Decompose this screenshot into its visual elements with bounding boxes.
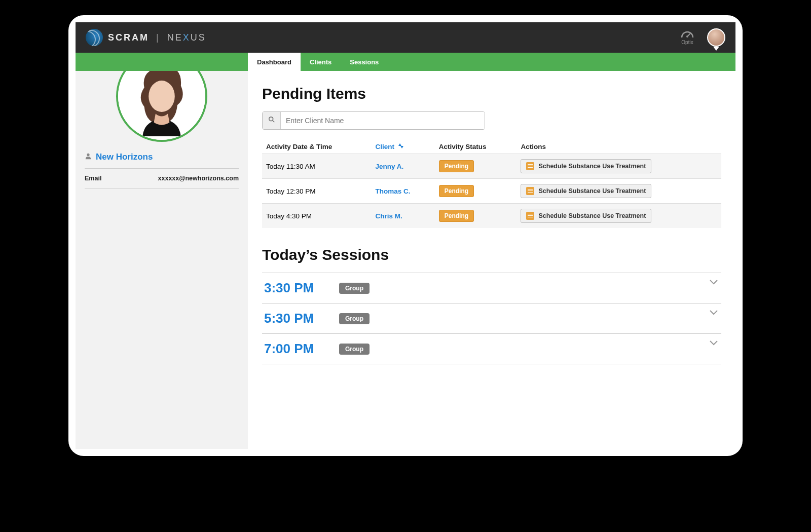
calendar-icon <box>526 187 534 195</box>
client-link[interactable]: Chris M. <box>376 212 402 220</box>
chevron-down-icon <box>709 339 718 348</box>
device-frame: SCRAM | NEXUS Optix Dashboard Clients Se… <box>68 15 743 456</box>
cell-datetime: Today 12:30 PM <box>262 179 372 204</box>
email-label: Email <box>85 175 101 182</box>
scram-logo-icon <box>86 29 103 46</box>
schedule-treatment-button[interactable]: Schedule Substance Use Treatment <box>521 209 651 223</box>
session-type-badge: Group <box>339 344 370 355</box>
col-status[interactable]: Activity Status <box>435 140 517 154</box>
user-avatar-menu[interactable] <box>707 28 725 47</box>
session-row[interactable]: 5:30 PMGroup <box>262 303 721 334</box>
todays-sessions-title: Today’s Sessions <box>262 246 721 263</box>
app-root: SCRAM | NEXUS Optix Dashboard Clients Se… <box>76 22 735 449</box>
schedule-treatment-button[interactable]: Schedule Substance Use Treatment <box>521 184 651 198</box>
svg-point-5 <box>269 117 273 121</box>
svg-line-6 <box>272 121 274 123</box>
session-list: 3:30 PMGroup5:30 PMGroup7:00 PMGroup <box>262 273 721 364</box>
svg-point-4 <box>87 154 89 156</box>
status-badge: Pending <box>439 185 474 197</box>
pending-items-title: Pending Items <box>262 85 721 102</box>
session-row[interactable]: 7:00 PMGroup <box>262 334 721 364</box>
schedule-treatment-button[interactable]: Schedule Substance Use Treatment <box>521 159 651 173</box>
profile-photo[interactable] <box>116 71 207 142</box>
brand-logo[interactable]: SCRAM | NEXUS <box>86 29 206 46</box>
brand-divider: | <box>156 32 160 43</box>
avatar-pin-icon <box>713 47 719 51</box>
optix-button[interactable]: Optix <box>681 30 694 45</box>
client-link[interactable]: Thomas C. <box>376 187 411 195</box>
main-content: Pending Items Activity Date & Time Clien… <box>248 71 735 449</box>
topbar: SCRAM | NEXUS Optix <box>76 22 735 53</box>
status-badge: Pending <box>439 210 474 222</box>
session-type-badge: Group <box>339 313 370 324</box>
email-row: Email xxxxxx@newhorizons.com <box>85 169 239 188</box>
col-client[interactable]: Client <box>372 140 435 154</box>
session-time: 7:00 PM <box>264 341 330 357</box>
col-actions: Actions <box>517 140 721 154</box>
calendar-icon <box>526 162 534 170</box>
action-label: Schedule Substance Use Treatment <box>538 163 646 170</box>
status-badge: Pending <box>439 160 474 172</box>
action-label: Schedule Substance Use Treatment <box>538 187 646 195</box>
search-icon <box>268 116 275 125</box>
brand-text: SCRAM | NEXUS <box>108 32 206 43</box>
session-type-badge: Group <box>339 283 370 294</box>
session-time: 5:30 PM <box>264 311 330 326</box>
tab-dashboard[interactable]: Dashboard <box>248 53 301 71</box>
user-icon <box>85 153 92 162</box>
search-input[interactable] <box>281 112 485 129</box>
brand-nexus: NEXUS <box>167 32 206 43</box>
topbar-right: Optix <box>681 28 725 47</box>
org-name-link[interactable]: New Horizons <box>96 152 153 162</box>
table-row: Today 11:30 AMJenny A.PendingSchedule Su… <box>262 154 721 179</box>
body: New Horizons Email xxxxxx@newhorizons.co… <box>76 71 735 449</box>
sort-icon <box>398 143 403 150</box>
search-button[interactable] <box>263 112 281 129</box>
optix-label: Optix <box>681 40 693 45</box>
calendar-icon <box>526 212 534 220</box>
pending-table: Activity Date & Time Client Activity Sta… <box>262 140 721 228</box>
client-link[interactable]: Jenny A. <box>376 163 404 170</box>
gauge-icon <box>681 30 694 39</box>
action-label: Schedule Substance Use Treatment <box>538 212 646 219</box>
sidebar: New Horizons Email xxxxxx@newhorizons.co… <box>76 71 248 449</box>
session-row[interactable]: 3:30 PMGroup <box>262 273 721 303</box>
cell-datetime: Today 11:30 AM <box>262 154 372 179</box>
col-datetime[interactable]: Activity Date & Time <box>262 140 372 154</box>
cell-datetime: Today 4:30 PM <box>262 204 372 229</box>
table-row: Today 12:30 PMThomas C.PendingSchedule S… <box>262 179 721 204</box>
svg-point-3 <box>149 81 175 112</box>
chevron-down-icon <box>709 309 718 318</box>
chevron-down-icon <box>709 278 718 287</box>
session-time: 3:30 PM <box>264 280 330 296</box>
tab-sessions[interactable]: Sessions <box>341 53 388 71</box>
navbar: Dashboard Clients Sessions <box>76 53 735 71</box>
svg-line-1 <box>687 33 690 36</box>
tab-clients[interactable]: Clients <box>301 53 341 71</box>
email-value: xxxxxx@newhorizons.com <box>158 175 239 182</box>
avatar-icon <box>707 28 725 47</box>
brand-scram: SCRAM <box>108 32 149 43</box>
client-search <box>262 111 485 130</box>
table-row: Today 4:30 PMChris M.PendingSchedule Sub… <box>262 204 721 229</box>
org-row: New Horizons <box>85 149 239 169</box>
